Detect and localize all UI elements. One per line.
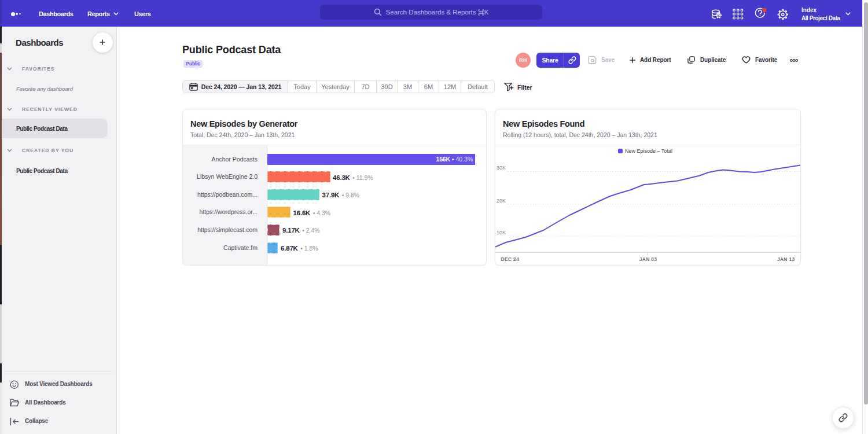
svg-text:JAN 13: JAN 13 [777,256,795,262]
svg-text:DEC 24: DEC 24 [501,256,520,262]
svg-text:30K: 30K [496,165,506,171]
svg-text:JAN 03: JAN 03 [639,256,657,262]
svg-text:20K: 20K [496,198,506,204]
svg-text:10K: 10K [496,230,506,236]
